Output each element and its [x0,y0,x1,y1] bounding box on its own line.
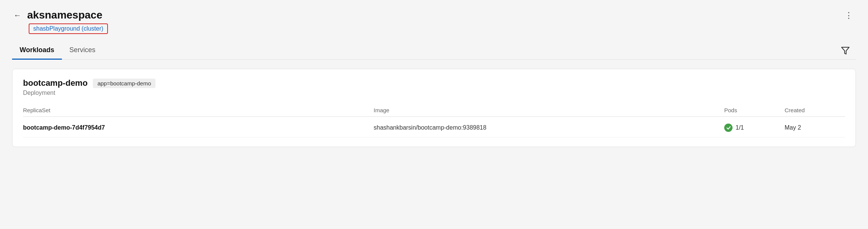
content-section: bootcamp-demo app=bootcamp-demo Deployme… [0,60,868,156]
deployment-label-badge: app=bootcamp-demo [93,79,155,88]
check-icon [726,125,731,130]
cell-replicaset: bootcamp-demo-7d4f7954d7 [23,124,374,131]
col-header-replicaset: ReplicaSet [23,107,374,113]
col-header-created: Created [785,107,845,113]
svg-marker-0 [842,47,849,54]
header-section: ← aksnamespace shasbPlayground (cluster)… [0,0,868,60]
more-menu-button[interactable]: ⋮ [842,9,856,22]
tab-workloads[interactable]: Workloads [12,42,62,60]
cell-created: May 2 [785,124,845,131]
title-row: ← aksnamespace [12,9,856,21]
deployment-name: bootcamp-demo [23,78,88,88]
table-row: bootcamp-demo-7d4f7954d7 shashankbarsin/… [23,118,845,138]
page-container: ← aksnamespace shasbPlayground (cluster)… [0,0,868,229]
pods-count: 1/1 [736,124,744,131]
deployment-type: Deployment [23,90,845,96]
page-title: aksnamespace [27,9,102,21]
filter-icon [841,46,850,55]
tabs-row: Workloads Services [12,42,856,60]
col-header-pods: Pods [724,107,785,113]
deployment-card: bootcamp-demo app=bootcamp-demo Deployme… [12,69,856,147]
cell-image: shashankbarsin/bootcamp-demo:9389818 [374,124,724,131]
table-container: ReplicaSet Image Pods Created bootcamp-d… [23,104,845,138]
cell-pods: 1/1 [724,124,785,132]
tab-services[interactable]: Services [62,42,103,60]
filter-button[interactable] [835,43,856,58]
pods-status-icon [724,124,733,132]
back-button[interactable]: ← [12,9,23,21]
deployment-header: bootcamp-demo app=bootcamp-demo [23,78,845,88]
table-header-row: ReplicaSet Image Pods Created [23,104,845,117]
tabs-left: Workloads Services [12,42,103,59]
col-header-image: Image [374,107,724,113]
cluster-badge[interactable]: shasbPlayground (cluster) [29,23,108,34]
